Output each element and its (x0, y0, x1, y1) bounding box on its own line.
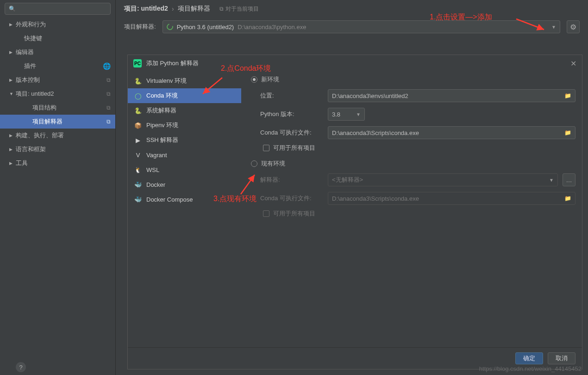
field-conda-exe: Conda 可执行文件: D:\anaconda3\Scripts\conda.… (246, 126, 575, 139)
env-type-icon: 📦 (134, 122, 142, 129)
tree-item-label: 工具 (16, 159, 28, 167)
radio-new-environment[interactable]: 新环境 (246, 75, 575, 84)
conda-exe-input-2[interactable]: D:\anaconda3\Scripts\conda.exe 📁 (328, 192, 575, 205)
env-type-item[interactable]: 🐳Docker (128, 177, 241, 192)
field-interpreter: 解释器: <无解释器> ▼ … (246, 173, 575, 186)
field-location: 位置: D:\anaconda3\envs\untitled2 📁 (246, 89, 575, 102)
python-icon (165, 22, 174, 31)
folder-icon[interactable]: 📁 (564, 195, 571, 202)
env-type-icon: 🐧 (134, 166, 142, 173)
interpreter-label: 项目解释器: (124, 23, 156, 31)
env-type-icon: V (134, 152, 142, 159)
chevron-down-icon: ▼ (551, 25, 556, 30)
project-badge: ⧉ 对于当前项目 (219, 5, 259, 13)
checkbox-all-projects[interactable]: 可用于所有项目 (246, 144, 575, 152)
folder-icon[interactable]: 📁 (564, 129, 571, 136)
search-input[interactable] (19, 6, 106, 12)
chevron-icon: ▶ (9, 50, 14, 55)
radio-existing-environment[interactable]: 现有环境 (246, 160, 575, 168)
conda-label: Conda 可执行文件: (260, 129, 323, 137)
gear-icon: ⚙ (570, 23, 576, 31)
crumb-separator: › (172, 5, 174, 12)
cancel-button[interactable]: 取消 (548, 352, 575, 364)
tree-item-label: 构建、执行、部署 (16, 131, 64, 140)
env-type-item[interactable]: ◯Conda 环境 (128, 88, 241, 103)
env-type-icon: ◯ (134, 92, 142, 99)
copy-icon: ⧉ (106, 105, 111, 111)
interpreter-select[interactable]: Python 3.6 (untitled2) D:\anaconda3\pyth… (163, 20, 560, 33)
env-type-label: SSH 解释器 (146, 136, 178, 144)
chevron-icon: ▶ (9, 133, 14, 138)
env-type-icon: 🐍 (134, 107, 142, 114)
breadcrumb: 项目: untitled2 › 项目解释器 ⧉ 对于当前项目 (116, 0, 588, 18)
close-icon[interactable]: ✕ (570, 59, 576, 68)
add-interpreter-dialog: PC 添加 Python 解释器 ✕ 🐍Virtualenv 环境◯Conda … (127, 55, 582, 369)
settings-tree-item[interactable]: 快捷键 (0, 31, 115, 45)
settings-tree-item[interactable]: 项目结构⧉ (0, 101, 115, 115)
copy-icon: ⧉ (106, 77, 111, 83)
settings-tree-item[interactable]: ▶编辑器 (0, 45, 115, 59)
tree-item-label: 项目结构 (32, 104, 56, 112)
copy-icon: ⧉ (219, 6, 224, 12)
chevron-icon: ▼ (9, 92, 14, 96)
crumb-root: 项目: untitled2 (124, 5, 168, 13)
env-type-item[interactable]: 🐍Virtualenv 环境 (128, 74, 241, 88)
env-type-icon: 🐍 (134, 78, 142, 85)
settings-tree-item[interactable]: ▶外观和行为 (0, 18, 115, 31)
env-type-item[interactable]: 🐳Docker Compose (128, 192, 241, 207)
chevron-down-icon: ▼ (549, 178, 554, 183)
env-type-item[interactable]: 📦Pipenv 环境 (128, 118, 241, 133)
location-input[interactable]: D:\anaconda3\envs\untitled2 📁 (328, 89, 575, 102)
settings-tree-item[interactable]: ▼项目: untitled2⧉ (0, 87, 115, 101)
copy-icon: ⧉ (106, 118, 111, 125)
settings-tree-item[interactable]: ▶语言和框架 (0, 142, 115, 156)
tree-item-label: 项目解释器 (32, 117, 63, 126)
environment-form: 新环境 位置: D:\anaconda3\envs\untitled2 📁 Py… (242, 72, 582, 347)
field-python-version: Python 版本: 3.8 ▼ (246, 108, 575, 121)
tree-item-label: 外观和行为 (16, 20, 46, 29)
settings-tree-item[interactable]: ▶版本控制⧉ (0, 73, 115, 87)
env-type-label: Virtualenv 环境 (146, 77, 187, 85)
settings-tree-item[interactable]: 项目解释器⧉ (0, 115, 115, 129)
interpreter-name: Python 3.6 (untitled2) (177, 24, 234, 31)
browse-button[interactable]: … (563, 173, 575, 186)
settings-tree-item[interactable]: ▶工具 (0, 156, 115, 170)
env-type-item[interactable]: ▶SSH 解释器 (128, 133, 241, 148)
watermark: https://blog.csdn.net/weixin_44145452 (479, 365, 582, 372)
settings-tree-item[interactable]: ▶构建、执行、部署 (0, 129, 115, 142)
radio-unchecked-icon (251, 160, 257, 167)
dialog-title: 添加 Python 解释器 (146, 59, 199, 68)
ok-button[interactable]: 确定 (515, 352, 543, 364)
conda-exe-input[interactable]: D:\anaconda3\Scripts\conda.exe 📁 (328, 126, 575, 139)
env-type-item[interactable]: 🐍系统解释器 (128, 103, 241, 118)
chevron-icon: ▶ (9, 78, 14, 82)
pyver-select[interactable]: 3.8 ▼ (328, 108, 365, 121)
env-type-item[interactable]: VVagrant (128, 148, 241, 162)
settings-tree-item[interactable]: 插件🌐 (0, 59, 115, 73)
interpreter-select[interactable]: <无解释器> ▼ (328, 173, 558, 186)
copy-icon: ⧉ (106, 91, 111, 97)
conda-label-2: Conda 可执行文件: (260, 194, 323, 203)
settings-search[interactable]: 🔍 (5, 3, 111, 15)
interpreter-path: D:\anaconda3\python.exe (238, 24, 306, 31)
dialog-titlebar: PC 添加 Python 解释器 ✕ (128, 55, 582, 72)
dialog-body: 🐍Virtualenv 环境◯Conda 环境🐍系统解释器📦Pipenv 环境▶… (128, 72, 582, 347)
env-type-label: Pipenv 环境 (146, 121, 178, 129)
env-type-item[interactable]: 🐧WSL (128, 162, 241, 177)
crumb-leaf: 项目解释器 (178, 5, 210, 13)
location-label: 位置: (260, 92, 323, 100)
chevron-down-icon: ▼ (356, 112, 361, 117)
env-type-icon: ▶ (134, 137, 142, 144)
search-icon: 🔍 (9, 6, 16, 12)
checkbox-icon (263, 210, 269, 217)
tree-item-label: 版本控制 (16, 76, 40, 84)
folder-icon[interactable]: 📁 (564, 92, 571, 99)
settings-sidebar: 🔍 ▶外观和行为快捷键▶编辑器插件🌐▶版本控制⧉▼项目: untitled2⧉项… (0, 0, 116, 375)
chevron-icon: ▶ (9, 161, 14, 166)
tree-item-label: 编辑器 (16, 48, 34, 56)
settings-tree: ▶外观和行为快捷键▶编辑器插件🌐▶版本控制⧉▼项目: untitled2⧉项目结… (0, 18, 115, 375)
interpreter-settings-button[interactable]: ⚙ (567, 20, 580, 33)
help-button[interactable]: ? (16, 362, 26, 372)
tree-item-label: 插件 (24, 62, 36, 70)
checkbox-all-projects-2[interactable]: 可用于所有项目 (246, 209, 575, 218)
